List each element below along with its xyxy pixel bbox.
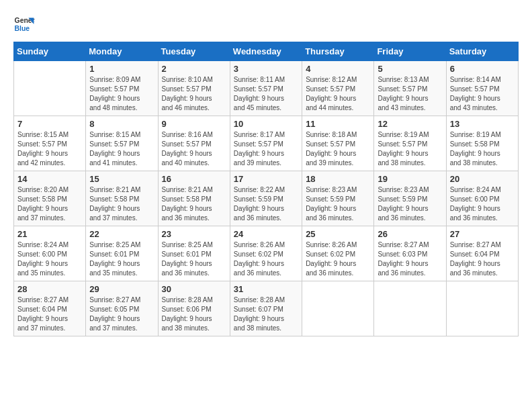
calendar-cell: 7Sunrise: 8:15 AM Sunset: 5:57 PM Daylig… (14, 116, 86, 171)
day-number: 19 (378, 174, 442, 184)
day-info: Sunrise: 8:11 AM Sunset: 5:57 PM Dayligh… (234, 75, 298, 113)
day-number: 24 (234, 229, 298, 239)
day-info: Sunrise: 8:21 AM Sunset: 5:58 PM Dayligh… (162, 185, 226, 223)
calendar-cell: 19Sunrise: 8:23 AM Sunset: 5:59 PM Dayli… (374, 171, 446, 226)
calendar-cell: 26Sunrise: 8:27 AM Sunset: 6:03 PM Dayli… (374, 226, 446, 281)
calendar-cell: 31Sunrise: 8:28 AM Sunset: 6:07 PM Dayli… (230, 281, 302, 336)
day-number: 13 (450, 119, 515, 129)
day-info: Sunrise: 8:15 AM Sunset: 5:57 PM Dayligh… (17, 130, 82, 168)
day-info: Sunrise: 8:17 AM Sunset: 5:57 PM Dayligh… (234, 130, 298, 168)
day-info: Sunrise: 8:26 AM Sunset: 6:02 PM Dayligh… (234, 240, 298, 278)
day-info: Sunrise: 8:23 AM Sunset: 5:59 PM Dayligh… (306, 185, 370, 223)
day-number: 31 (234, 284, 298, 294)
day-number: 11 (306, 119, 370, 129)
calendar-cell: 20Sunrise: 8:24 AM Sunset: 6:00 PM Dayli… (446, 171, 518, 226)
day-info: Sunrise: 8:09 AM Sunset: 5:57 PM Dayligh… (89, 75, 154, 113)
svg-text:Blue: Blue (15, 25, 30, 32)
day-number: 4 (306, 64, 370, 74)
day-number: 27 (450, 229, 515, 239)
day-number: 28 (17, 284, 82, 294)
day-info: Sunrise: 8:13 AM Sunset: 5:57 PM Dayligh… (378, 75, 442, 113)
day-number: 12 (378, 119, 442, 129)
day-number: 26 (378, 229, 442, 239)
weekday-header-sunday: Sunday (14, 42, 86, 61)
logo-icon: General Blue (13, 13, 35, 35)
day-info: Sunrise: 8:19 AM Sunset: 5:57 PM Dayligh… (378, 130, 442, 168)
day-number: 21 (17, 229, 82, 239)
calendar-cell: 8Sunrise: 8:15 AM Sunset: 5:57 PM Daylig… (86, 116, 158, 171)
day-number: 29 (89, 284, 154, 294)
day-info: Sunrise: 8:19 AM Sunset: 5:58 PM Dayligh… (450, 130, 515, 168)
day-number: 6 (450, 64, 515, 74)
day-number: 23 (162, 229, 226, 239)
day-number: 8 (89, 119, 154, 129)
day-info: Sunrise: 8:24 AM Sunset: 6:00 PM Dayligh… (17, 240, 82, 278)
weekday-header-monday: Monday (86, 42, 158, 61)
calendar-cell (446, 281, 518, 336)
day-number: 2 (162, 64, 226, 74)
day-info: Sunrise: 8:26 AM Sunset: 6:02 PM Dayligh… (306, 240, 370, 278)
day-number: 7 (17, 119, 82, 129)
day-number: 20 (450, 174, 515, 184)
day-number: 5 (378, 64, 442, 74)
day-info: Sunrise: 8:15 AM Sunset: 5:57 PM Dayligh… (89, 130, 154, 168)
calendar-cell: 30Sunrise: 8:28 AM Sunset: 6:06 PM Dayli… (158, 281, 230, 336)
calendar-cell: 14Sunrise: 8:20 AM Sunset: 5:58 PM Dayli… (14, 171, 86, 226)
calendar-cell: 25Sunrise: 8:26 AM Sunset: 6:02 PM Dayli… (302, 226, 374, 281)
day-number: 9 (162, 119, 226, 129)
calendar-cell: 12Sunrise: 8:19 AM Sunset: 5:57 PM Dayli… (374, 116, 446, 171)
day-info: Sunrise: 8:27 AM Sunset: 6:04 PM Dayligh… (450, 240, 515, 278)
day-info: Sunrise: 8:12 AM Sunset: 5:57 PM Dayligh… (306, 75, 370, 113)
calendar-cell: 16Sunrise: 8:21 AM Sunset: 5:58 PM Dayli… (158, 171, 230, 226)
calendar-cell: 22Sunrise: 8:25 AM Sunset: 6:01 PM Dayli… (86, 226, 158, 281)
calendar-cell: 3Sunrise: 8:11 AM Sunset: 5:57 PM Daylig… (230, 61, 302, 116)
calendar-cell: 21Sunrise: 8:24 AM Sunset: 6:00 PM Dayli… (14, 226, 86, 281)
day-info: Sunrise: 8:14 AM Sunset: 5:57 PM Dayligh… (450, 75, 515, 113)
day-number: 22 (89, 229, 154, 239)
weekday-header-wednesday: Wednesday (230, 42, 302, 61)
logo: General Blue (13, 13, 35, 35)
calendar-cell: 28Sunrise: 8:27 AM Sunset: 6:04 PM Dayli… (14, 281, 86, 336)
day-info: Sunrise: 8:21 AM Sunset: 5:58 PM Dayligh… (89, 185, 154, 223)
calendar-cell: 17Sunrise: 8:22 AM Sunset: 5:59 PM Dayli… (230, 171, 302, 226)
calendar-cell: 15Sunrise: 8:21 AM Sunset: 5:58 PM Dayli… (86, 171, 158, 226)
day-info: Sunrise: 8:18 AM Sunset: 5:57 PM Dayligh… (306, 130, 370, 168)
calendar-cell: 4Sunrise: 8:12 AM Sunset: 5:57 PM Daylig… (302, 61, 374, 116)
page-header: General Blue (13, 13, 519, 35)
weekday-header-tuesday: Tuesday (158, 42, 230, 61)
calendar-cell: 27Sunrise: 8:27 AM Sunset: 6:04 PM Dayli… (446, 226, 518, 281)
calendar-cell: 23Sunrise: 8:25 AM Sunset: 6:01 PM Dayli… (158, 226, 230, 281)
day-number: 17 (234, 174, 298, 184)
day-number: 18 (306, 174, 370, 184)
calendar-cell: 13Sunrise: 8:19 AM Sunset: 5:58 PM Dayli… (446, 116, 518, 171)
day-info: Sunrise: 8:27 AM Sunset: 6:04 PM Dayligh… (17, 295, 82, 333)
calendar-cell: 10Sunrise: 8:17 AM Sunset: 5:57 PM Dayli… (230, 116, 302, 171)
day-info: Sunrise: 8:25 AM Sunset: 6:01 PM Dayligh… (162, 240, 226, 278)
calendar-cell (302, 281, 374, 336)
day-info: Sunrise: 8:22 AM Sunset: 5:59 PM Dayligh… (234, 185, 298, 223)
day-info: Sunrise: 8:28 AM Sunset: 6:07 PM Dayligh… (234, 295, 298, 333)
weekday-header-saturday: Saturday (446, 42, 518, 61)
day-number: 1 (89, 64, 154, 74)
calendar-header: SundayMondayTuesdayWednesdayThursdayFrid… (14, 42, 519, 61)
calendar-cell: 29Sunrise: 8:27 AM Sunset: 6:05 PM Dayli… (86, 281, 158, 336)
calendar-cell: 5Sunrise: 8:13 AM Sunset: 5:57 PM Daylig… (374, 61, 446, 116)
day-info: Sunrise: 8:24 AM Sunset: 6:00 PM Dayligh… (450, 185, 515, 223)
day-info: Sunrise: 8:28 AM Sunset: 6:06 PM Dayligh… (162, 295, 226, 333)
day-info: Sunrise: 8:10 AM Sunset: 5:57 PM Dayligh… (162, 75, 226, 113)
weekday-header-thursday: Thursday (302, 42, 374, 61)
calendar-cell (374, 281, 446, 336)
weekday-header-friday: Friday (374, 42, 446, 61)
day-number: 25 (306, 229, 370, 239)
calendar-cell: 24Sunrise: 8:26 AM Sunset: 6:02 PM Dayli… (230, 226, 302, 281)
calendar-cell: 11Sunrise: 8:18 AM Sunset: 5:57 PM Dayli… (302, 116, 374, 171)
day-number: 14 (17, 174, 82, 184)
day-info: Sunrise: 8:25 AM Sunset: 6:01 PM Dayligh… (89, 240, 154, 278)
calendar-cell: 9Sunrise: 8:16 AM Sunset: 5:57 PM Daylig… (158, 116, 230, 171)
day-info: Sunrise: 8:20 AM Sunset: 5:58 PM Dayligh… (17, 185, 82, 223)
day-number: 15 (89, 174, 154, 184)
day-number: 3 (234, 64, 298, 74)
calendar-cell: 1Sunrise: 8:09 AM Sunset: 5:57 PM Daylig… (86, 61, 158, 116)
day-number: 16 (162, 174, 226, 184)
day-info: Sunrise: 8:23 AM Sunset: 5:59 PM Dayligh… (378, 185, 442, 223)
